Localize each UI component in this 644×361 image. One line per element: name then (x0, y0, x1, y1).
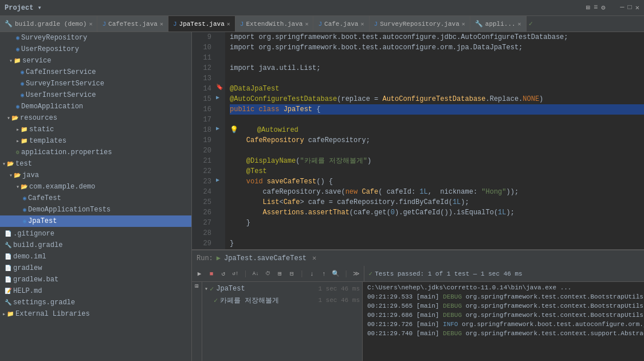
test-duration-jpa-test: 1 sec 46 ms (318, 285, 360, 292)
gutter-arrow-19[interactable]: ▶ (216, 125, 219, 132)
tab-close-extend-with[interactable]: ✕ (305, 21, 308, 28)
btn-run-test[interactable]: ▶ (194, 269, 205, 279)
tree-cafe-insert-svc[interactable]: ◉ CafeInsertService (0, 66, 191, 78)
tree-com-example[interactable]: ▾ 📂 com.example.demo (0, 181, 191, 193)
btn-collapse-tree[interactable]: ⊟ (286, 269, 297, 279)
icon-layout[interactable]: ⊞ (586, 3, 590, 12)
tree-gitignore[interactable]: 📄 .gitignore (0, 228, 191, 240)
tree-survey-insert-svc[interactable]: ◉ SurveyInsertService (0, 78, 191, 89)
tree-user-insert-svc[interactable]: ◉ UserInsertService (0, 89, 191, 101)
code-line-18: 💡 @Autowired (230, 125, 644, 135)
tree-gradlew[interactable]: 📄 gradlew (0, 262, 191, 274)
tab-survey-repo[interactable]: J SurveyRepository.java ✕ (370, 16, 470, 32)
tab-close-cafe-test[interactable]: ✕ (160, 21, 163, 28)
tab-close-appli[interactable]: ✕ (518, 21, 521, 28)
tab-icon-cafe-java: J (318, 21, 322, 28)
tree-settings-gradle[interactable]: 🔧 settings.gradle (0, 297, 191, 308)
tree-gradlew-bat[interactable]: 📄 gradlew.bat (0, 274, 191, 285)
project-dropdown[interactable]: Project ▾ (5, 3, 42, 12)
icon-close[interactable]: ✕ (635, 3, 639, 12)
tab-icon-jpa-test: J (173, 21, 177, 28)
btn-stop-test[interactable]: ■ (206, 269, 217, 279)
tree-static[interactable]: ▸ 📁 static (0, 124, 191, 135)
bottom-tabs-bar: ▶ ■ ↺ ↺! | A↓ ⏱ ⊞ ⊟ | ↓ ↑ 🔍 | ≫ ✓ (192, 266, 644, 282)
tree-label-cafe-test-file: CafeTest (28, 194, 61, 202)
tree-app-properties[interactable]: ⚙ application.properties (0, 147, 191, 158)
gutter-arrow-16[interactable]: ▶ (216, 94, 219, 101)
tab-close-cafe-java[interactable]: ✕ (360, 21, 364, 28)
tree-demo-app[interactable]: ◉ DemoApplication (0, 101, 191, 112)
log-panel[interactable]: C:\Users\nehep\.jdks\corretto-11.0.14\bi… (363, 282, 644, 361)
tab-extend-with[interactable]: J ExtendWith.java ✕ (235, 16, 314, 32)
code-line-21: @DisplayName("카페를 저장해볼게") (230, 156, 644, 166)
tree-label-resources: resources (20, 114, 57, 122)
code-line-26: Assertions.assertThat(cafe.get(0).getCaf… (230, 207, 644, 218)
expand-icon-service: ▾ (9, 57, 13, 64)
line-numbers: 9 10 11 12 13 14 15 16 17 18 19 20 21 22… (192, 32, 215, 249)
tree-label-gitignore: .gitignore (13, 230, 54, 238)
code-content[interactable]: import org.springframework.boot.test.aut… (225, 32, 644, 249)
run-label-bar: Run: ▶ JpaTest.saveCafeTest ✕ (192, 250, 644, 266)
tree-test[interactable]: ▾ 📂 test (0, 158, 191, 170)
btn-sort-alpha[interactable]: A↓ (250, 269, 261, 279)
btn-vertical-1[interactable]: ⊞ (193, 284, 201, 288)
tree-service[interactable]: ▾ 📁 service (0, 55, 191, 66)
icon-minimize[interactable]: ─ (620, 3, 624, 12)
tab-check-green: ✓ (529, 19, 533, 28)
tab-icon-extend-with: J (240, 21, 244, 28)
test-tree-jpa-test[interactable]: ▾ ✓ JpaTest 1 sec 46 ms (202, 283, 362, 295)
log-line-1: 00:21:29.533 [main] DEBUG org.springfram… (367, 292, 639, 301)
btn-search-test[interactable]: 🔍 (331, 269, 341, 279)
file-icon-gitignore: 📄 (5, 230, 11, 237)
tree-templates[interactable]: ▸ 📁 templates (0, 135, 191, 147)
btn-expand-tree[interactable]: ⊞ (274, 269, 285, 279)
gutter-arrow-23[interactable]: ▶ (216, 176, 219, 183)
btn-rerun-failed[interactable]: ↺! (230, 269, 241, 279)
tree-build-gradle-file[interactable]: 🔧 build.gradle (0, 240, 191, 251)
tree-label-external-libs: External Libraries (15, 310, 90, 318)
tree-label-survey-repo: SurveyRepository (21, 34, 87, 42)
tab-close-build-gradle[interactable]: ✕ (89, 21, 92, 28)
tab-appli[interactable]: 🔧 appli... ✕ (470, 16, 527, 32)
tab-jpa-test[interactable]: J JpaTest.java ✕ (168, 16, 235, 32)
check-icon-jpa-test: ✓ (210, 285, 214, 293)
btn-scroll-up[interactable]: ↑ (319, 269, 329, 279)
icon-maximize[interactable]: □ (628, 3, 632, 12)
btn-rerun-test[interactable]: ↺ (218, 269, 229, 279)
tree-demo-app-tests[interactable]: ◉ DemoApplicationTests (0, 204, 191, 215)
tree-label-demo-app-tests: DemoApplicationTests (28, 206, 111, 214)
tree-external-libs[interactable]: ▸ 📁 External Libraries (0, 308, 191, 320)
tab-cafe-test[interactable]: J CafeTest.java ✕ (97, 16, 168, 32)
java-icon-user-repo: ◉ (16, 46, 19, 53)
test-tree-cafe-save[interactable]: ✓ 카페를 저장해볼게 1 sec 46 ms (202, 295, 362, 306)
tree-resources[interactable]: ▾ 📂 resources (0, 112, 191, 124)
tree-survey-repo[interactable]: ◉ SurveyRepository (0, 32, 191, 44)
btn-scroll-end[interactable]: ↓ (307, 269, 317, 279)
tab-build-gradle[interactable]: 🔧 build.gradle (demo) ✕ (0, 16, 97, 32)
folder-icon-service: 📁 (14, 57, 21, 64)
tree-jpa-test-file[interactable]: ◉ JpaTest (0, 215, 191, 227)
title-bar: Project ▾ ⊞ ≡ ⚙ ─ □ ✕ (0, 0, 644, 16)
tab-icon-survey-repo: J (374, 21, 378, 28)
tree-help-md[interactable]: 📝 HELP.md (0, 285, 191, 297)
btn-more-test[interactable]: ≫ (351, 269, 362, 279)
icon-settings[interactable]: ⚙ (601, 3, 605, 12)
run-tab-close[interactable]: ✕ (312, 254, 316, 262)
tab-close-jpa-test[interactable]: ✕ (227, 21, 230, 28)
btn-sort-duration[interactable]: ⏱ (262, 269, 273, 279)
tab-cafe-java[interactable]: J Cafe.java ✕ (313, 16, 369, 32)
tree-demo-iml[interactable]: 📄 demo.iml (0, 251, 191, 262)
tab-label-build-gradle: build.gradle (demo) (15, 21, 87, 28)
code-line-13 (230, 73, 644, 84)
check-icon-cafe-save: ✓ (214, 296, 218, 305)
icon-split[interactable]: ≡ (594, 3, 598, 12)
log-line-cmd: C:\Users\nehep\.jdks\corretto-11.0.14\bi… (367, 283, 639, 292)
expand-icon-resources: ▾ (7, 115, 10, 121)
tab-close-survey-repo[interactable]: ✕ (462, 21, 465, 28)
tree-user-repo[interactable]: ◉ UserRepository (0, 44, 191, 55)
test-duration-cafe-save: 1 sec 46 ms (318, 297, 360, 304)
tree-java-test[interactable]: ▾ 📂 java (0, 170, 191, 181)
tree-cafe-test-file[interactable]: ◉ CafeTest (0, 193, 191, 204)
folder-icon-java-test: 📂 (14, 172, 21, 179)
expand-icon-java-test: ▾ (9, 172, 13, 179)
